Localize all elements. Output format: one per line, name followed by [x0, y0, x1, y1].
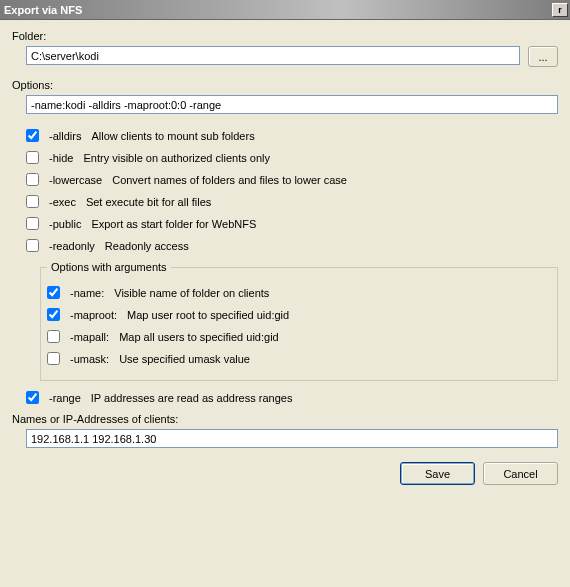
lowercase-checkbox[interactable] [26, 173, 39, 186]
range-flag: -range [49, 392, 81, 404]
maproot-row: -maproot:Map user root to specified uid:… [47, 308, 551, 321]
public-flag: -public [49, 218, 81, 230]
maproot-desc: Map user root to specified uid:gid [127, 309, 289, 321]
umask-row: -umask:Use specified umask value [47, 352, 551, 365]
save-button[interactable]: Save [400, 462, 475, 485]
maproot-flag: -maproot: [70, 309, 117, 321]
readonly-desc: Readonly access [105, 240, 189, 252]
umask-desc: Use specified umask value [119, 353, 250, 365]
name-flag: -name: [70, 287, 104, 299]
public-row: -publicExport as start folder for WebNFS [26, 217, 558, 230]
browse-button[interactable]: ... [528, 46, 558, 67]
hide-desc: Entry visible on authorized clients only [83, 152, 269, 164]
folder-input[interactable] [26, 46, 520, 65]
options-label: Options: [12, 79, 558, 91]
umask-flag: -umask: [70, 353, 109, 365]
hide-flag: -hide [49, 152, 73, 164]
hide-checkbox[interactable] [26, 151, 39, 164]
close-icon[interactable]: r [552, 3, 568, 17]
options-with-arguments-legend: Options with arguments [47, 261, 171, 273]
readonly-flag: -readonly [49, 240, 95, 252]
range-checkbox[interactable] [26, 391, 39, 404]
maproot-checkbox[interactable] [47, 308, 60, 321]
exec-row: -execSet execute bit for all files [26, 195, 558, 208]
title-bar: Export via NFS r [0, 0, 570, 20]
name-row: -name:Visible name of folder on clients [47, 286, 551, 299]
range-desc: IP addresses are read as address ranges [91, 392, 293, 404]
exec-flag: -exec [49, 196, 76, 208]
public-checkbox[interactable] [26, 217, 39, 230]
exec-checkbox[interactable] [26, 195, 39, 208]
dialog-content: Folder: ... Options: -alldirsAllow clien… [0, 20, 570, 497]
options-input[interactable] [26, 95, 558, 114]
mapall-flag: -mapall: [70, 331, 109, 343]
alldirs-desc: Allow clients to mount sub folders [91, 130, 254, 142]
mapall-checkbox[interactable] [47, 330, 60, 343]
alldirs-checkbox[interactable] [26, 129, 39, 142]
mapall-row: -mapall:Map all users to specified uid:g… [47, 330, 551, 343]
lowercase-desc: Convert names of folders and files to lo… [112, 174, 347, 186]
clients-label: Names or IP-Addresses of clients: [12, 413, 558, 425]
readonly-checkbox[interactable] [26, 239, 39, 252]
cancel-button[interactable]: Cancel [483, 462, 558, 485]
alldirs-flag: -alldirs [49, 130, 81, 142]
umask-checkbox[interactable] [47, 352, 60, 365]
lowercase-flag: -lowercase [49, 174, 102, 186]
folder-label: Folder: [12, 30, 558, 42]
hide-row: -hideEntry visible on authorized clients… [26, 151, 558, 164]
mapall-desc: Map all users to specified uid:gid [119, 331, 279, 343]
name-desc: Visible name of folder on clients [114, 287, 269, 299]
lowercase-row: -lowercaseConvert names of folders and f… [26, 173, 558, 186]
exec-desc: Set execute bit for all files [86, 196, 211, 208]
clients-input[interactable] [26, 429, 558, 448]
public-desc: Export as start folder for WebNFS [91, 218, 256, 230]
alldirs-row: -alldirsAllow clients to mount sub folde… [26, 129, 558, 142]
options-with-arguments-group: Options with arguments -name:Visible nam… [40, 261, 558, 381]
readonly-row: -readonlyReadonly access [26, 239, 558, 252]
name-checkbox[interactable] [47, 286, 60, 299]
window-title: Export via NFS [4, 4, 82, 16]
